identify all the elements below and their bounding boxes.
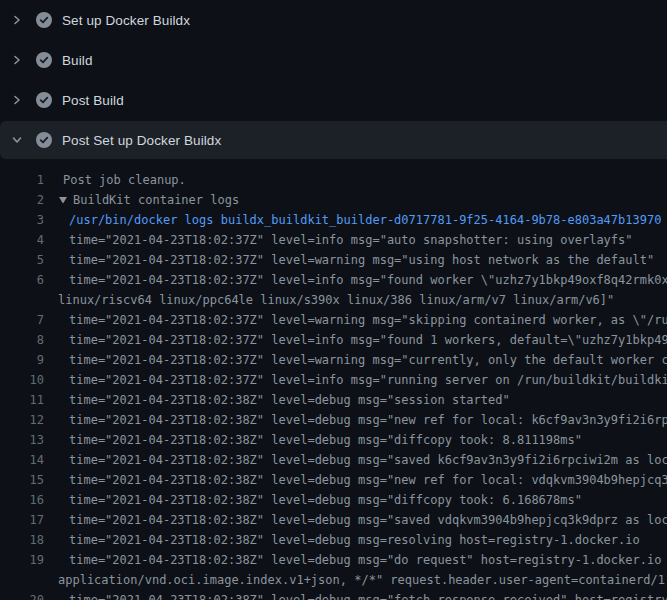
log-line-text: time="2021-04-23T18:02:37Z" level=info m… bbox=[69, 270, 667, 290]
log-line-text: time="2021-04-23T18:02:37Z" level=warnin… bbox=[69, 350, 667, 370]
log-line: 3 /usr/bin/docker logs buildx_buildkit_b… bbox=[0, 210, 667, 230]
log-line-number[interactable]: 20 bbox=[0, 590, 44, 600]
log-line: 17 time="2021-04-23T18:02:38Z" level=deb… bbox=[0, 510, 667, 530]
log-line: application/vnd.oci.image.index.v1+json,… bbox=[0, 570, 667, 590]
log-line-text: time="2021-04-23T18:02:38Z" level=debug … bbox=[69, 430, 582, 450]
step-label: Set up Docker Buildx bbox=[62, 13, 190, 28]
log-line-number[interactable]: 2 bbox=[0, 190, 44, 210]
log-line-number[interactable]: 16 bbox=[0, 490, 44, 510]
step-label: Post Set up Docker Buildx bbox=[62, 133, 221, 148]
log-line: 4 time="2021-04-23T18:02:37Z" level=info… bbox=[0, 230, 667, 250]
check-circle-icon bbox=[36, 132, 52, 148]
chevron-right-icon[interactable] bbox=[12, 52, 22, 68]
log-line-number[interactable]: 9 bbox=[0, 350, 44, 370]
log-line-number[interactable]: 12 bbox=[0, 410, 44, 430]
log-line-text: time="2021-04-23T18:02:38Z" level=debug … bbox=[69, 450, 667, 470]
log-line-text: time="2021-04-23T18:02:38Z" level=debug … bbox=[69, 490, 582, 510]
log-line-number[interactable]: 4 bbox=[0, 230, 44, 250]
log-line: 9 time="2021-04-23T18:02:37Z" level=warn… bbox=[0, 350, 667, 370]
log-line-text: time="2021-04-23T18:02:38Z" level=debug … bbox=[69, 470, 667, 490]
log-line: 5 time="2021-04-23T18:02:37Z" level=warn… bbox=[0, 250, 667, 270]
log-line-text: time="2021-04-23T18:02:38Z" level=debug … bbox=[69, 410, 667, 430]
log-line: 14 time="2021-04-23T18:02:38Z" level=deb… bbox=[0, 450, 667, 470]
chevron-down-icon[interactable] bbox=[12, 132, 22, 148]
log-line-text: application/vnd.oci.image.index.v1+json,… bbox=[58, 570, 667, 590]
log-line: 7 time="2021-04-23T18:02:37Z" level=warn… bbox=[0, 310, 667, 330]
steps-list: Set up Docker Buildx Build Post Buil bbox=[0, 0, 667, 159]
log-line-text: time="2021-04-23T18:02:37Z" level=warnin… bbox=[69, 250, 654, 270]
log-viewer: 1 Post job cleanup. 2 BuildKit container… bbox=[0, 160, 667, 600]
step-row[interactable]: Build bbox=[0, 40, 667, 80]
log-line-text: time="2021-04-23T18:02:37Z" level=info m… bbox=[69, 230, 633, 250]
check-circle-icon bbox=[36, 92, 52, 108]
log-line-text: time="2021-04-23T18:02:37Z" level=info m… bbox=[69, 370, 667, 390]
log-line-text: time="2021-04-23T18:02:38Z" level=debug … bbox=[69, 390, 510, 410]
step-row[interactable]: Post Set up Docker Buildx bbox=[0, 121, 667, 159]
log-line-number[interactable]: 14 bbox=[0, 450, 44, 470]
log-line-text: time="2021-04-23T18:02:38Z" level=debug … bbox=[69, 530, 640, 550]
log-line-text: Post job cleanup. bbox=[63, 170, 186, 190]
log-line: 13 time="2021-04-23T18:02:38Z" level=deb… bbox=[0, 430, 667, 450]
log-line-text: time="2021-04-23T18:02:38Z" level=debug … bbox=[69, 590, 667, 600]
chevron-right-icon[interactable] bbox=[12, 92, 22, 108]
log-line-text: time="2021-04-23T18:02:37Z" level=info m… bbox=[69, 330, 667, 350]
chevron-right-icon[interactable] bbox=[12, 12, 22, 28]
log-line-number[interactable]: 18 bbox=[0, 530, 44, 550]
check-circle-icon bbox=[36, 52, 52, 68]
log-line: 20 time="2021-04-23T18:02:38Z" level=deb… bbox=[0, 590, 667, 600]
log-line: 2 BuildKit container logs bbox=[0, 190, 667, 210]
log-line-number[interactable]: 6 bbox=[0, 270, 44, 290]
log-line-number[interactable]: 7 bbox=[0, 310, 44, 330]
log-line-text: /usr/bin/docker logs buildx_buildkit_bui… bbox=[69, 210, 661, 230]
log-line-number[interactable]: 1 bbox=[0, 170, 44, 190]
log-line: 16 time="2021-04-23T18:02:38Z" level=deb… bbox=[0, 490, 667, 510]
log-line: 12 time="2021-04-23T18:02:38Z" level=deb… bbox=[0, 410, 667, 430]
log-line-number[interactable]: 11 bbox=[0, 390, 44, 410]
log-line: 19 time="2021-04-23T18:02:38Z" level=deb… bbox=[0, 550, 667, 570]
step-row[interactable]: Post Build bbox=[0, 80, 667, 120]
log-line-number[interactable]: 17 bbox=[0, 510, 44, 530]
step-row[interactable]: Set up Docker Buildx bbox=[0, 0, 667, 40]
log-line: 15 time="2021-04-23T18:02:38Z" level=deb… bbox=[0, 470, 667, 490]
check-circle-icon bbox=[36, 12, 52, 28]
log-line-text: time="2021-04-23T18:02:37Z" level=warnin… bbox=[69, 310, 667, 330]
log-line: 11 time="2021-04-23T18:02:38Z" level=deb… bbox=[0, 390, 667, 410]
log-line: 1 Post job cleanup. bbox=[0, 170, 667, 190]
log-line: 18 time="2021-04-23T18:02:38Z" level=deb… bbox=[0, 530, 667, 550]
log-line-number[interactable]: 5 bbox=[0, 250, 44, 270]
log-line-number[interactable]: 10 bbox=[0, 370, 44, 390]
log-line-text: BuildKit container logs bbox=[73, 190, 239, 210]
step-label: Build bbox=[62, 53, 93, 68]
log-line: linux/riscv64 linux/ppc64le linux/s390x … bbox=[0, 290, 667, 310]
log-line: 10 time="2021-04-23T18:02:37Z" level=inf… bbox=[0, 370, 667, 390]
log-line-text: time="2021-04-23T18:02:38Z" level=debug … bbox=[69, 510, 667, 530]
triangle-down-icon[interactable] bbox=[59, 196, 67, 204]
log-line: 8 time="2021-04-23T18:02:37Z" level=info… bbox=[0, 330, 667, 350]
step-label: Post Build bbox=[62, 93, 124, 108]
log-line-number[interactable]: 15 bbox=[0, 470, 44, 490]
log-line-text: time="2021-04-23T18:02:38Z" level=debug … bbox=[69, 550, 667, 570]
log-line-number[interactable]: 19 bbox=[0, 550, 44, 570]
log-line-number[interactable]: 8 bbox=[0, 330, 44, 350]
log-line: 6 time="2021-04-23T18:02:37Z" level=info… bbox=[0, 270, 667, 290]
log-line-text: linux/riscv64 linux/ppc64le linux/s390x … bbox=[58, 290, 614, 310]
log-line-number[interactable]: 13 bbox=[0, 430, 44, 450]
log-line-number[interactable]: 3 bbox=[0, 210, 44, 230]
